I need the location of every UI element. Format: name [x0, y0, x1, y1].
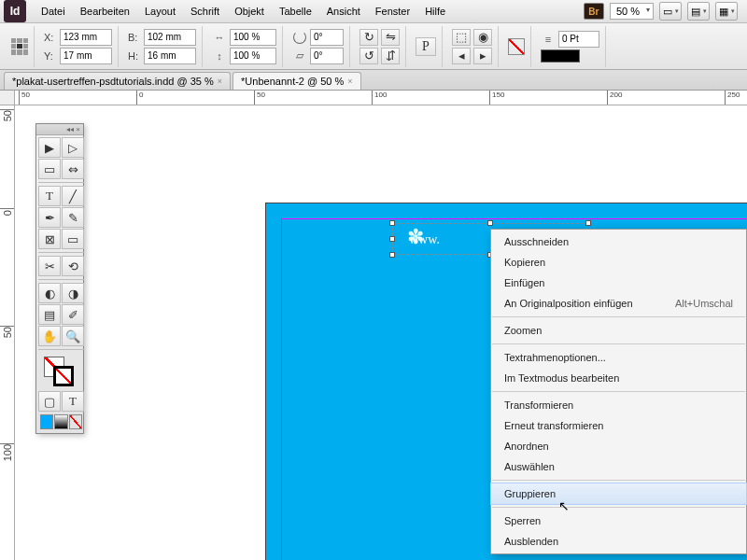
menu-ansicht[interactable]: Ansicht	[319, 2, 368, 21]
line-tool-icon[interactable]: ╱	[62, 186, 84, 206]
ctx-im-textmodus-bearbeiten[interactable]: Im Textmodus bearbeiten	[491, 368, 746, 388]
ctx-textrahmenoptionen[interactable]: Textrahmenoptionen...	[491, 347, 746, 368]
ruler-origin[interactable]	[0, 91, 15, 105]
rotate-input[interactable]	[310, 29, 344, 46]
scale-x-input[interactable]	[230, 29, 276, 46]
tools-panel[interactable]: ◂◂× ▶ ▷ ▭ ⇔ T ╱ ✒ ✎ ⊠ ▭ ✂ ⟲ ◐ ◑ ▤ ✐ ✋ 🔍 …	[35, 123, 84, 434]
paragraph-style-icon[interactable]: P	[416, 37, 436, 56]
screen-mode-button[interactable]: ▭	[659, 2, 682, 21]
rotate-90-ccw-icon[interactable]: ↺	[359, 48, 378, 64]
ctx-gruppieren[interactable]: Gruppieren	[491, 483, 746, 504]
scale-y-icon: ↕	[212, 49, 227, 63]
apply-color-swatch[interactable]	[40, 414, 53, 429]
bridge-icon[interactable]: Br	[584, 3, 604, 20]
scale-x-icon: ↔	[212, 30, 227, 45]
menu-tabelle[interactable]: Tabelle	[272, 2, 319, 21]
selection-tool-icon[interactable]: ▶	[38, 137, 61, 158]
ctx-einfuegen[interactable]: Einfügen	[491, 273, 746, 293]
note-tool-icon[interactable]: ▤	[38, 304, 61, 325]
vertical-ruler[interactable]: 50 0 50 100 150	[0, 105, 15, 560]
menu-objekt[interactable]: Objekt	[227, 2, 272, 21]
scissors-tool-icon[interactable]: ✂	[38, 256, 61, 276]
prev-object-icon[interactable]: ◂	[452, 48, 471, 64]
menu-hilfe[interactable]: Hilfe	[417, 2, 453, 21]
menu-bearbeiten[interactable]: Bearbeiten	[73, 2, 137, 21]
gradient-feather-tool-icon[interactable]: ◑	[62, 283, 84, 303]
app-icon: Id	[4, 0, 26, 22]
stroke-style-swatch[interactable]	[541, 49, 580, 63]
direct-selection-tool-icon[interactable]: ▷	[62, 137, 84, 158]
arrange-documents-button[interactable]: ▦	[715, 2, 738, 21]
height-input[interactable]	[144, 48, 196, 64]
ctx-anordnen[interactable]: Anordnen	[491, 436, 746, 456]
menu-layout[interactable]: Layout	[137, 2, 183, 21]
resize-handle[interactable]	[585, 220, 591, 226]
close-icon[interactable]: ×	[347, 77, 352, 86]
zoom-tool-icon[interactable]: 🔍	[62, 326, 84, 346]
gradient-swatch-tool-icon[interactable]: ◐	[38, 283, 61, 303]
formatting-container-icon[interactable]: ▢	[38, 391, 61, 412]
free-transform-tool-icon[interactable]: ⟲	[62, 256, 84, 276]
ruler-tick: 150	[489, 91, 504, 105]
rectangle-frame-tool-icon[interactable]: ⊠	[38, 229, 61, 249]
ctx-erneut-transformieren[interactable]: Erneut transformieren	[491, 415, 746, 436]
ctx-auswaehlen[interactable]: Auswählen	[491, 456, 746, 477]
ctx-ausblenden[interactable]: Ausblenden	[491, 531, 746, 552]
ctx-zoomen[interactable]: Zoomen	[491, 320, 746, 341]
horizontal-ruler[interactable]: 50 0 50 100 150 200 250	[15, 91, 747, 105]
zoom-level-dropdown[interactable]: 50 %	[610, 3, 654, 20]
flip-horizontal-icon[interactable]: ⇋	[381, 29, 400, 46]
resize-handle[interactable]	[389, 252, 395, 258]
text-frame-content: www.	[409, 232, 440, 247]
formatting-text-icon[interactable]: T	[62, 391, 84, 412]
y-label: Y:	[44, 50, 57, 62]
stroke-swatch[interactable]	[53, 366, 74, 386]
ctx-an-originalposition-einfuegen[interactable]: An Originalposition einfügenAlt+Umschal	[491, 293, 746, 314]
menu-schrift[interactable]: Schrift	[183, 2, 227, 21]
ctx-kopieren[interactable]: Kopieren	[491, 252, 746, 273]
close-icon[interactable]: ×	[218, 77, 222, 86]
resize-handle[interactable]	[389, 220, 395, 226]
separator	[492, 507, 745, 508]
y-input[interactable]	[60, 48, 112, 64]
rotate-90-cw-icon[interactable]: ↻	[359, 29, 378, 46]
menu-fenster[interactable]: Fenster	[368, 2, 417, 21]
resize-handle[interactable]	[487, 220, 493, 226]
ctx-ausschneiden[interactable]: Ausschneiden	[491, 231, 746, 252]
resize-handle[interactable]	[389, 236, 395, 242]
panel-header[interactable]: ◂◂×	[36, 124, 83, 135]
ruler-tick: 50	[19, 91, 30, 105]
shear-input[interactable]	[310, 48, 344, 64]
eyedropper-tool-icon[interactable]: ✐	[62, 304, 84, 325]
stroke-weight-input[interactable]	[558, 31, 599, 48]
x-input[interactable]	[60, 29, 112, 46]
collapse-icon[interactable]: ◂◂	[66, 125, 74, 133]
pen-tool-icon[interactable]: ✒	[38, 207, 61, 228]
ctx-sperren[interactable]: Sperren	[491, 511, 746, 531]
control-bar: X: Y: B: H: ↔ ↕ ▱ ↻ ⇋ ↺ ⇵ P ⬚ ◉ ◂ ▸	[0, 23, 747, 70]
fill-none-swatch[interactable]	[508, 38, 525, 55]
select-content-icon[interactable]: ◉	[473, 29, 492, 46]
document-tab-0[interactable]: *plakat-usertreffen-psdtutorials.indd @ …	[4, 72, 231, 90]
close-icon[interactable]: ×	[76, 125, 80, 133]
next-object-icon[interactable]: ▸	[473, 48, 492, 64]
width-input[interactable]	[144, 29, 196, 46]
menu-datei[interactable]: Datei	[34, 2, 73, 21]
rectangle-tool-icon[interactable]: ▭	[62, 229, 84, 249]
view-options-button[interactable]: ▤	[687, 2, 710, 21]
gap-tool-icon[interactable]: ⇔	[62, 159, 84, 179]
fill-stroke-control[interactable]	[38, 353, 84, 390]
pencil-tool-icon[interactable]: ✎	[62, 207, 84, 228]
flip-vertical-icon[interactable]: ⇵	[381, 48, 400, 64]
type-tool-icon[interactable]: T	[38, 186, 61, 206]
page-tool-icon[interactable]: ▭	[38, 159, 61, 179]
apply-gradient-swatch[interactable]	[54, 414, 67, 429]
hand-tool-icon[interactable]: ✋	[38, 326, 61, 346]
rotate-icon	[292, 30, 307, 45]
scale-y-input[interactable]	[230, 48, 276, 64]
ctx-transformieren[interactable]: Transformieren	[491, 395, 746, 415]
reference-point-group[interactable]	[6, 26, 35, 67]
apply-none-swatch[interactable]	[69, 414, 82, 429]
select-container-icon[interactable]: ⬚	[452, 29, 471, 46]
document-tab-1[interactable]: *Unbenannt-2 @ 50 %×	[233, 72, 361, 90]
